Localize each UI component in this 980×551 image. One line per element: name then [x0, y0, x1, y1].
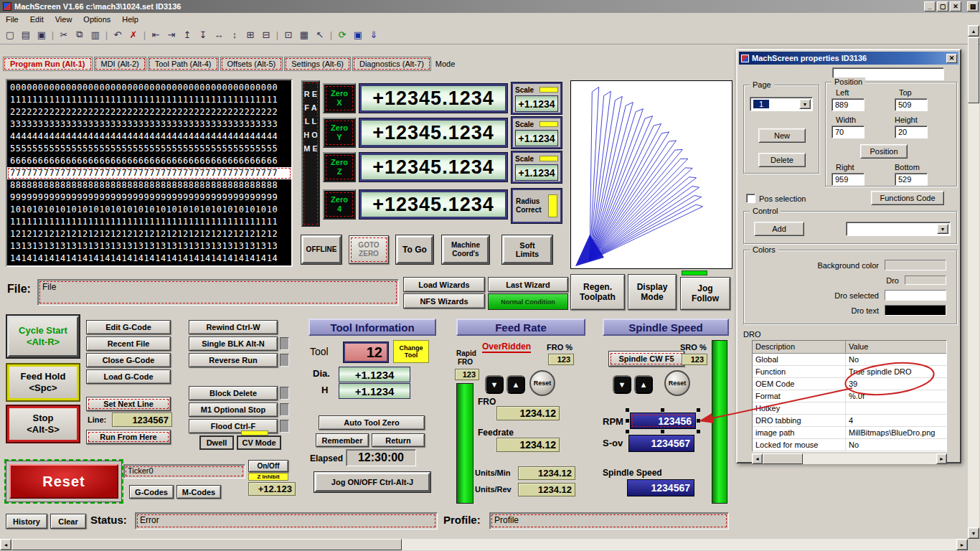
menu-item[interactable]: Edit — [24, 14, 50, 25]
align-top-icon[interactable]: ↥ — [179, 27, 195, 42]
change-tool-flag[interactable]: ChangeTool — [393, 340, 429, 363]
table-row[interactable]: OEM Code39 — [753, 378, 946, 390]
fro-pct-dro[interactable]: 123 — [548, 354, 574, 365]
menu-item[interactable]: Help — [116, 14, 144, 25]
onoff-button[interactable]: On/Off — [248, 460, 288, 472]
spindle-reset-button[interactable]: Reset — [664, 370, 690, 396]
close-gcode-button[interactable]: Close G-Code — [86, 353, 171, 367]
auto-tool-zero-button[interactable]: Auto Tool Zero — [319, 415, 425, 430]
regen-toolpath-button[interactable]: Regen.Toolpath — [570, 274, 625, 310]
line-dro[interactable]: 1234567 — [112, 413, 172, 427]
rpm-dro[interactable]: 123456 — [630, 413, 696, 429]
delete-icon[interactable]: ✗ — [126, 27, 141, 42]
center-h-icon[interactable]: ⊞ — [242, 27, 258, 42]
scroll-down-icon[interactable]: ▼ — [968, 527, 979, 539]
paste-icon[interactable]: ▥ — [88, 27, 103, 42]
save-icon[interactable]: ▣ — [34, 27, 50, 42]
zero-x-button[interactable]: ZeroX — [323, 83, 356, 113]
table-row[interactable]: image pathMillBitmaps\BlueDro.png — [753, 427, 946, 439]
delete-page-button[interactable]: Delete — [758, 153, 806, 167]
open-icon[interactable]: ▤ — [18, 27, 34, 42]
ticker-field[interactable]: Ticker0 — [123, 464, 245, 479]
same-width-icon[interactable]: ↔ — [211, 27, 227, 42]
units-min-dro[interactable]: 1234.12 — [518, 466, 575, 480]
gcode-list[interactable]: 0000000000000000000000000000000000000000… — [7, 82, 291, 265]
ref-all-home-button[interactable]: R E F A L L H O M E — [301, 80, 320, 227]
maximize-button[interactable]: ▢ — [937, 1, 948, 11]
color-swatch[interactable] — [885, 290, 946, 301]
cycle-start-button[interactable]: Cycle Start<Alt-R> — [7, 316, 79, 357]
pointer-icon[interactable]: ↖ — [312, 27, 328, 42]
size-icon[interactable]: ⊡ — [281, 27, 296, 42]
align-left-icon[interactable]: ⇤ — [148, 27, 164, 42]
scroll-left-icon[interactable]: ◄ — [752, 453, 763, 464]
functions-code-button[interactable]: Functions Code — [871, 191, 944, 205]
tab[interactable]: Offsets (Alt-5) — [220, 57, 283, 71]
rpm-dro-selection[interactable]: 123456 — [627, 410, 699, 432]
app-vscrollbar[interactable]: ▲ ▼ — [968, 25, 979, 539]
tab[interactable]: MDI (Alt-2) — [94, 57, 146, 71]
fro-dro[interactable]: 1234.12 — [496, 406, 560, 420]
display-mode-button[interactable]: DisplayMode — [628, 274, 677, 310]
z-axis-dro[interactable]: +12345.1234 — [359, 152, 508, 182]
align-bottom-icon[interactable]: ↧ — [195, 27, 211, 42]
toolpath-display[interactable] — [570, 80, 732, 269]
left-field[interactable]: 889 — [831, 98, 864, 111]
spindle-speed-bar[interactable] — [712, 340, 727, 504]
profile-field[interactable]: Profile — [489, 512, 729, 529]
table-row[interactable]: DRO tabbing4 — [753, 415, 946, 427]
color-swatch[interactable] — [905, 276, 946, 285]
feed-slower-button[interactable]: ▼ — [485, 375, 504, 394]
new-icon[interactable]: ▢ — [2, 27, 18, 42]
right-field[interactable]: 959 — [831, 173, 864, 186]
h-dro[interactable]: +1.1234 — [339, 383, 410, 399]
feedrate-dro[interactable]: 1234.12 — [496, 438, 560, 452]
tool-number-dro[interactable]: 12 — [343, 342, 389, 363]
spindle-slower-button[interactable]: ▼ — [613, 375, 631, 394]
load-wizards-button[interactable]: Load Wizards — [403, 277, 485, 292]
refresh-icon[interactable]: ⟳ — [334, 27, 350, 42]
scale-x-dro[interactable]: +1.1234 — [515, 95, 558, 112]
load-gcode-button[interactable]: Load G-Code — [86, 369, 171, 384]
table-row[interactable]: Locked for mouseNo — [753, 439, 946, 451]
x-axis-dro[interactable]: +12345.1234 — [359, 83, 508, 113]
spindle-cw-button[interactable]: Spindle CW F5 — [608, 351, 684, 367]
table-row[interactable]: GlobalNo — [753, 354, 946, 366]
page-select-arrow-icon[interactable]: ▼ — [799, 99, 811, 109]
vscroll-thumb[interactable] — [968, 37, 979, 103]
bottom-field[interactable]: 529 — [895, 173, 928, 186]
tab[interactable]: Settings (Alt-6) — [284, 57, 351, 71]
align-right-icon[interactable]: ⇥ — [164, 27, 179, 42]
scale-y-dro[interactable]: +1.1234 — [515, 130, 558, 146]
minimize-button[interactable]: _ — [924, 1, 936, 11]
spindle-speed-dro[interactable]: 1234567 — [627, 479, 694, 496]
scroll-left-icon[interactable]: ◄ — [0, 539, 11, 550]
control-select[interactable]: ▼ — [846, 222, 951, 236]
add-control-button[interactable]: Add — [754, 222, 804, 236]
units-rev-dro[interactable]: 1234.12 — [518, 483, 575, 496]
block-delete-button[interactable]: Block Delete — [189, 386, 278, 400]
single-blk-button[interactable]: Single BLK Alt-N — [189, 336, 278, 351]
hscroll-thumb[interactable] — [763, 453, 803, 464]
file-field[interactable]: File — [37, 279, 399, 306]
rapid-fro-dro[interactable]: 123 — [455, 369, 479, 380]
hscroll-thumb[interactable] — [11, 539, 402, 550]
recent-file-button[interactable]: Recent File — [86, 336, 171, 351]
pos-selection-checkbox[interactable] — [746, 194, 755, 203]
table-row[interactable]: FunctionTrue spindle DRO — [753, 366, 946, 378]
y-axis-dro[interactable]: +12345.1234 — [359, 118, 508, 148]
sro-pct-dro[interactable]: 123 — [682, 354, 707, 365]
grid-icon[interactable]: ▦ — [296, 27, 312, 42]
extra-button[interactable]: ▤ — [967, 1, 979, 11]
soft-limits-button[interactable]: SoftLimits — [502, 235, 552, 264]
height-field[interactable]: 20 — [895, 126, 928, 138]
scroll-up-icon[interactable]: ▲ — [968, 25, 979, 37]
nfs-wizards-button[interactable]: NFS Wizards — [403, 293, 485, 309]
feed-reset-button[interactable]: Reset — [529, 370, 555, 396]
save-all-icon[interactable]: ▣ — [350, 27, 366, 42]
close-button[interactable]: ✕ — [950, 1, 961, 11]
m-codes-button[interactable]: M-Codes — [176, 485, 221, 499]
zero-y-button[interactable]: ZeroY — [323, 118, 356, 148]
normal-condition-indicator[interactable]: Normal Condition — [488, 293, 568, 310]
new-page-button[interactable]: New — [758, 128, 806, 143]
